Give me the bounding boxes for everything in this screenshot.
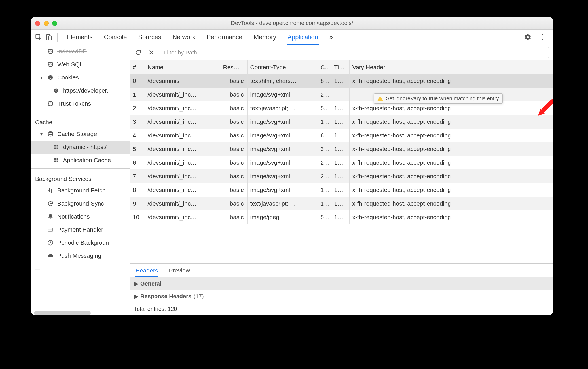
tab-headers[interactable]: Headers	[135, 264, 158, 277]
sidebar-item-websql[interactable]: Web SQL	[31, 58, 130, 71]
sidebar-item-push-messaging[interactable]: Push Messaging	[31, 249, 130, 262]
tab-network[interactable]: Network	[172, 30, 196, 44]
table-cell: image/svg+xml	[247, 115, 318, 129]
tab-more[interactable]: »	[329, 30, 333, 44]
database-icon	[47, 61, 54, 68]
sidebar-item-trust-tokens[interactable]: Trust Tokens	[31, 97, 130, 110]
sidebar-item-notifications[interactable]: Notifications	[31, 210, 130, 223]
delete-selected-icon[interactable]: ✕	[147, 48, 156, 57]
section-general[interactable]: ▶ General	[130, 277, 553, 290]
devtools-window: DevTools - developer.chrome.com/tags/dev…	[31, 17, 553, 315]
sidebar-scrollbar[interactable]	[34, 311, 91, 315]
table-row[interactable]: 7/devsummit/_inc…basicimage/svg+xml2…1…x…	[130, 169, 553, 183]
table-cell: 5…	[318, 210, 331, 224]
table-cell: 9	[130, 197, 145, 210]
sidebar-item-application-cache[interactable]: Application Cache	[31, 154, 130, 167]
table-cell: x-fh-requested-host, accept-encoding	[349, 115, 553, 129]
section-response-headers[interactable]: ▶ Response Headers (17)	[130, 290, 553, 303]
table-cell: 8…	[318, 74, 331, 88]
more-menu-icon[interactable]: ⋮	[538, 33, 547, 42]
sidebar-item-cache-dynamic[interactable]: dynamic - https:/	[31, 141, 130, 154]
tab-performance[interactable]: Performance	[206, 30, 243, 44]
svg-point-14	[48, 101, 53, 103]
refresh-icon[interactable]	[134, 48, 143, 57]
sidebar-resizer[interactable]: —	[35, 266, 37, 273]
table-cell: image/svg+xml	[247, 169, 318, 183]
table-cell: basic	[220, 156, 247, 169]
table-row[interactable]: 3/devsummit/_inc…basicimage/svg+xml1…1…x…	[130, 115, 553, 129]
tab-elements[interactable]: Elements	[66, 30, 93, 44]
table-cell: 1…	[331, 142, 349, 156]
sidebar-item-label: Cookies	[57, 74, 79, 81]
zoom-window-button[interactable]	[52, 21, 57, 26]
sidebar-item-cookies[interactable]: Cookies	[31, 71, 130, 84]
svg-point-6	[48, 75, 53, 80]
sidebar-item-label: Payment Handler	[57, 226, 103, 233]
col-header-content-length[interactable]: C..	[318, 60, 331, 74]
cache-toolbar: ✕	[130, 45, 553, 60]
col-header-vary[interactable]: Vary Header	[349, 60, 553, 74]
sidebar-item-periodic-bg[interactable]: Periodic Backgroun	[31, 236, 130, 249]
tab-console[interactable]: Console	[103, 30, 128, 44]
settings-icon[interactable]	[523, 33, 532, 42]
tab-preview[interactable]: Preview	[168, 264, 191, 277]
table-cell: 4	[130, 129, 145, 142]
sidebar-item-cookie-origin[interactable]: https://developer.	[31, 84, 130, 97]
table-cell: 1…	[331, 183, 349, 197]
col-header-name[interactable]: Name	[145, 60, 220, 74]
table-row[interactable]: 5/devsummit/_inc…basicimage/svg+xml3…1…x…	[130, 142, 553, 156]
disclosure-icon: ▶	[134, 280, 138, 287]
sidebar-item-label: Push Messaging	[57, 252, 101, 259]
sync-icon	[47, 200, 54, 207]
table-row[interactable]: 0/devsummit/basictext/html; chars…8…1…x-…	[130, 74, 553, 88]
table-cell: image/jpeg	[247, 210, 318, 224]
table-cell: /devsummit/_inc…	[145, 142, 220, 156]
table-cell: 1…	[318, 197, 331, 210]
svg-rect-23	[57, 161, 58, 162]
clock-icon	[47, 239, 54, 246]
col-header-index[interactable]: #	[130, 60, 145, 74]
inspect-element-icon[interactable]	[34, 33, 43, 42]
sidebar-item-payment-handler[interactable]: Payment Handler	[31, 223, 130, 236]
table-cell: text/javascript; …	[247, 197, 318, 210]
minimize-window-button[interactable]	[44, 21, 49, 26]
tooltip-text: Set ignoreVary to true when matching thi…	[386, 95, 499, 102]
col-header-time[interactable]: Ti…	[331, 60, 349, 74]
table-cell: 6	[130, 156, 145, 169]
table-cell: 1…	[331, 156, 349, 169]
table-cell: /devsummit/_inc…	[145, 197, 220, 210]
table-row[interactable]: 4/devsummit/_inc…basicimage/svg+xml6…1…x…	[130, 129, 553, 142]
table-cell: x-fh-requested-host, accept-encoding	[349, 183, 553, 197]
device-toolbar-icon[interactable]	[44, 33, 53, 42]
card-icon	[47, 226, 54, 233]
table-row[interactable]: 10/devsummit/_inc…basicimage/jpeg5…1…x-f…	[130, 210, 553, 224]
col-header-response[interactable]: Res…	[220, 60, 247, 74]
tab-sources[interactable]: Sources	[138, 30, 162, 44]
cache-entries-grid: # Name Res… Content-Type C.. Ti… Vary He…	[130, 60, 553, 264]
tab-application[interactable]: Application	[287, 30, 319, 44]
table-cell: x-fh-requested-host, accept-encoding	[349, 197, 553, 210]
sidebar-item-bg-sync[interactable]: Background Sync	[31, 197, 130, 210]
sidebar-item-indexeddb[interactable]: IndexedDB	[31, 45, 130, 58]
filter-input[interactable]	[160, 47, 549, 58]
col-header-content-type[interactable]: Content-Type	[247, 60, 318, 74]
table-cell: 1…	[331, 210, 349, 224]
window-title: DevTools - developer.chrome.com/tags/dev…	[231, 20, 353, 26]
svg-rect-21	[57, 158, 58, 160]
database-icon	[47, 100, 54, 107]
table-row[interactable]: 6/devsummit/_inc…basicimage/svg+xml2…1…x…	[130, 156, 553, 169]
sidebar-item-bg-fetch[interactable]: Background Fetch	[31, 184, 130, 197]
table-row[interactable]: 9/devsummit/_inc…basictext/javascript; ……	[130, 197, 553, 210]
table-row[interactable]: 8/devsummit/_inc…basicimage/svg+xml1…1…x…	[130, 183, 553, 197]
sidebar-item-cache-storage[interactable]: Cache Storage	[31, 127, 130, 141]
sidebar-item-label: https://developer.	[63, 87, 108, 94]
table-cell: text/html; chars…	[247, 74, 318, 88]
table-cell: 2…	[318, 156, 331, 169]
grid-icon	[53, 144, 60, 150]
table-cell: /devsummit/_inc…	[145, 101, 220, 115]
disclosure-icon: ▶	[134, 293, 138, 300]
svg-rect-2	[49, 36, 52, 40]
table-cell: /devsummit/_inc…	[145, 129, 220, 142]
close-window-button[interactable]	[35, 21, 40, 26]
tab-memory[interactable]: Memory	[253, 30, 277, 44]
